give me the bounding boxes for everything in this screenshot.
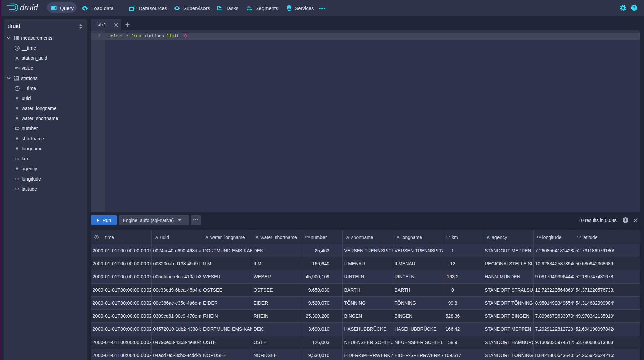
svg-text:?: ? — [633, 5, 636, 10]
